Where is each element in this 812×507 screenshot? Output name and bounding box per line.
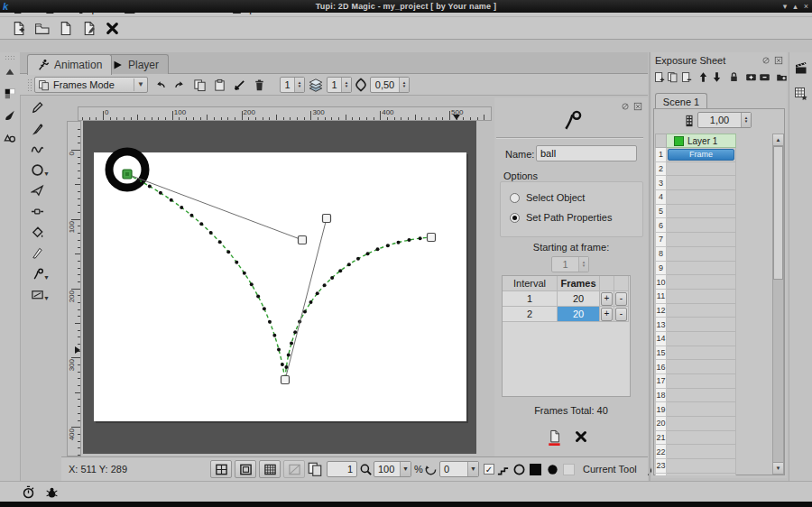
brush-settings-button[interactable] bbox=[2, 107, 18, 124]
frame-cell[interactable] bbox=[667, 417, 736, 431]
save-project-button[interactable] bbox=[56, 19, 74, 37]
undo-button[interactable] bbox=[152, 77, 169, 93]
remove-layer-button[interactable] bbox=[680, 69, 692, 84]
frame-cell[interactable] bbox=[667, 374, 736, 389]
zoom-combo[interactable]: 100 ▼ bbox=[374, 461, 411, 477]
time-measurer-button[interactable] bbox=[20, 484, 36, 500]
frame-cell[interactable] bbox=[667, 445, 736, 459]
new-project-button[interactable] bbox=[9, 19, 27, 37]
add-frames-button[interactable]: + bbox=[601, 292, 613, 306]
frames-cell[interactable]: 20 bbox=[558, 307, 600, 322]
ink-tool[interactable] bbox=[25, 118, 49, 139]
show-grid-button[interactable] bbox=[210, 460, 232, 478]
dock-grip[interactable] bbox=[5, 55, 15, 60]
frame-cell[interactable] bbox=[667, 304, 736, 318]
tweening-tool[interactable]: ▼ bbox=[25, 263, 49, 284]
frame-cell[interactable] bbox=[667, 332, 736, 346]
frame-cell[interactable] bbox=[667, 262, 736, 276]
toolbar-grip[interactable] bbox=[27, 78, 32, 91]
frame-cell[interactable] bbox=[667, 190, 736, 205]
apply-tween-button[interactable] bbox=[547, 428, 563, 447]
contour-tool[interactable] bbox=[25, 201, 49, 222]
frame-cell[interactable] bbox=[667, 389, 736, 403]
exposure-scrollbar[interactable]: ▲ ▼ bbox=[772, 134, 784, 475]
copy-frame-button[interactable] bbox=[191, 77, 208, 93]
scrollbar-thumb[interactable] bbox=[773, 146, 783, 280]
select-frame-button[interactable] bbox=[231, 77, 248, 93]
undock-panel-icon[interactable] bbox=[620, 101, 630, 111]
collapse-dock-button[interactable] bbox=[2, 64, 18, 80]
antialias-checkbox[interactable]: ✓ bbox=[484, 464, 494, 475]
panel-divider[interactable] bbox=[649, 52, 651, 481]
frame-cell-selected[interactable]: Frame bbox=[668, 149, 734, 161]
twelve-field-grid-button[interactable] bbox=[235, 460, 256, 478]
add-frames-button[interactable]: + bbox=[601, 308, 613, 321]
frame-cell[interactable] bbox=[667, 176, 736, 190]
squiggle-tool[interactable] bbox=[25, 139, 49, 160]
frame-cell[interactable] bbox=[667, 290, 736, 304]
rotation-combo[interactable]: 0 ▼ bbox=[439, 461, 479, 477]
open-project-button[interactable] bbox=[32, 19, 51, 37]
canvas-workspace[interactable] bbox=[83, 121, 476, 454]
insert-frame-button[interactable] bbox=[745, 69, 757, 84]
chevron-down-icon[interactable]: ▼ bbox=[467, 462, 478, 476]
frame-cell[interactable] bbox=[667, 247, 736, 262]
radio-icon[interactable] bbox=[510, 193, 520, 203]
exposure-panel-button[interactable] bbox=[792, 85, 810, 103]
shape-library-button[interactable] bbox=[2, 129, 18, 145]
frame-cell[interactable] bbox=[667, 162, 736, 177]
cancel-tween-button[interactable] bbox=[574, 429, 588, 444]
stepper-arrows-icon[interactable]: ▲▼ bbox=[399, 78, 409, 92]
clone-layer-button[interactable] bbox=[667, 69, 678, 84]
frame-cell[interactable] bbox=[667, 318, 736, 332]
move-layer-up-button[interactable] bbox=[697, 69, 709, 84]
frame-cell[interactable]: Frame bbox=[667, 148, 736, 162]
close-button[interactable]: × bbox=[804, 0, 808, 13]
close-panel-icon[interactable] bbox=[773, 55, 783, 65]
undock-panel-icon[interactable] bbox=[761, 55, 770, 65]
scroll-up-icon[interactable]: ▲ bbox=[773, 134, 783, 146]
debug-button[interactable] bbox=[43, 484, 60, 500]
tween-name-input[interactable] bbox=[536, 145, 637, 161]
polyline-tool[interactable] bbox=[25, 180, 49, 201]
shade-button[interactable]: ▾ bbox=[783, 0, 788, 13]
layer-1-header[interactable]: Layer 1 bbox=[667, 134, 736, 148]
fine-grid-button[interactable] bbox=[259, 460, 281, 478]
stepper-arrows-icon[interactable]: ▲▼ bbox=[294, 78, 304, 92]
insert-layer-button[interactable] bbox=[653, 69, 665, 84]
color-palette-button[interactable] bbox=[2, 86, 18, 102]
frame-cell[interactable] bbox=[667, 233, 736, 247]
frame-cell[interactable] bbox=[667, 402, 736, 417]
save-project-as-button[interactable] bbox=[79, 19, 97, 37]
remove-frame-button[interactable] bbox=[759, 69, 770, 84]
opacity-stepper[interactable]: 0,50 ▲▼ bbox=[370, 77, 410, 93]
ellipse-tool[interactable]: ▼ bbox=[25, 160, 49, 180]
close-panel-icon[interactable] bbox=[632, 101, 642, 111]
frames-cell[interactable]: 20 bbox=[558, 291, 600, 307]
frame-cell[interactable] bbox=[667, 474, 736, 475]
canvas-page[interactable] bbox=[94, 152, 466, 421]
delete-frame-button[interactable] bbox=[251, 77, 268, 93]
pencil-tool[interactable] bbox=[25, 97, 49, 118]
outline-preview-icon[interactable] bbox=[512, 462, 526, 476]
copies-stepper[interactable]: 1 ▲▼ bbox=[280, 77, 305, 93]
lock-layer-button[interactable] bbox=[728, 69, 740, 84]
fill-color-swatch[interactable] bbox=[563, 464, 575, 475]
misc-tool[interactable]: ▼ bbox=[25, 284, 49, 305]
frame-cell[interactable] bbox=[667, 275, 736, 290]
radio-select-object[interactable]: Select Object bbox=[510, 192, 585, 203]
close-project-button[interactable] bbox=[103, 19, 121, 37]
interval-cell[interactable]: 1 bbox=[503, 291, 558, 307]
frame-cell[interactable] bbox=[667, 360, 736, 374]
stepper-arrows-icon[interactable]: ▲▼ bbox=[741, 113, 751, 127]
move-layer-down-button[interactable] bbox=[711, 69, 723, 84]
paste-frame-button[interactable] bbox=[211, 77, 228, 93]
frame-cell[interactable] bbox=[667, 459, 736, 474]
frame-cell[interactable] bbox=[667, 205, 736, 219]
scenes-panel-button[interactable] bbox=[792, 60, 810, 78]
insert-scene-button[interactable] bbox=[776, 69, 788, 84]
eraser-tool[interactable] bbox=[25, 243, 49, 263]
interval-cell[interactable]: 2 bbox=[503, 307, 558, 322]
remove-frames-button[interactable]: - bbox=[615, 292, 627, 306]
maximize-button[interactable]: ▴ bbox=[793, 0, 798, 13]
